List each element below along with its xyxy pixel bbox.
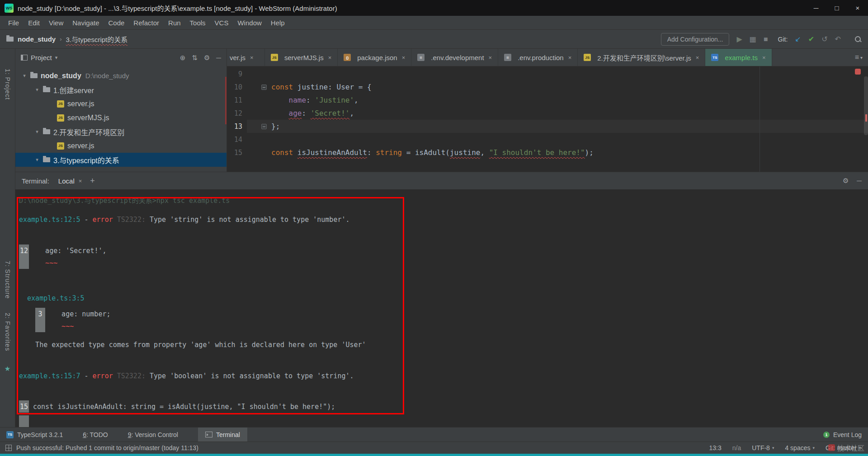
fold-icon[interactable] [261,85,267,90]
caret-position[interactable]: 13:3 [709,444,722,451]
maximize-button[interactable]: □ [826,0,847,16]
tree-item-root[interactable]: ▾ node_study D:\node_study [15,69,226,83]
line-separator[interactable]: n/a [732,444,741,451]
run-icon[interactable]: ▶ [736,36,742,43]
line-number-chip [19,415,29,427]
breadcrumb-current[interactable]: 3.与typescript的关系 [66,34,128,44]
terminal-tab-button[interactable]: Terminal [198,428,247,442]
tree-item-folder-2[interactable]: ▾ 2.开发和生产环境区别 [15,125,226,139]
upper-area: Project ▾ ⊕ ⇅ ⚙ ─ ▾ node_stu [15,49,868,172]
tab-package-json[interactable]: {} package.json × [338,49,411,66]
breadcrumb-root[interactable]: node_study [18,35,56,43]
code-token: : [302,109,310,118]
tree-item-folder-3-selected[interactable]: ▾ 3.与typescript的关系 [15,153,226,167]
typescript-status[interactable]: TS TypeScript 3.2.1 [6,428,63,442]
close-icon[interactable]: × [328,54,332,61]
collapse-all-icon[interactable]: ⇅ [192,54,198,62]
tree-item-serverjs-2[interactable]: JS server.js [15,139,226,153]
new-session-icon[interactable]: + [90,176,95,186]
tree-item-servermjs[interactable]: JS serverMJS.js [15,111,226,125]
expand-arrow-icon[interactable]: ▾ [33,157,41,163]
menu-window[interactable]: Window [233,19,266,27]
git-rollback-icon[interactable]: ↶ [835,36,841,43]
coverage-icon[interactable]: ▦ [750,36,756,43]
gear-icon[interactable]: ⚙ [843,177,849,185]
tab-example-ts-active[interactable]: TS example.ts × [705,49,772,66]
menu-edit[interactable]: Edit [24,19,44,27]
menu-vcs[interactable]: VCS [210,19,233,27]
git-update-icon[interactable]: ↙ [795,36,801,43]
indent-setting[interactable]: 4 spaces▾ [785,444,815,451]
tab-server-js-folder2[interactable]: JS 2.开发和生产环境区别\server.js × [578,49,705,66]
tab-servermjs-js[interactable]: JS serverMJS.js × [265,49,338,66]
close-icon[interactable]: × [696,54,699,61]
close-icon[interactable]: × [489,54,492,61]
search-icon[interactable] [854,36,862,43]
code-editor[interactable]: 9 10 const justine: User = { 11 [227,66,868,172]
expand-arrow-icon[interactable]: ▾ [33,87,41,93]
event-log-button[interactable]: 1 Event Log [823,428,862,442]
tree-item-serverjs[interactable]: JS server.js [15,97,226,111]
menu-file[interactable]: File [4,19,24,27]
toolwindow-project-button[interactable]: 1: Project [4,69,11,100]
close-icon[interactable]: × [79,178,82,184]
status-message[interactable]: Push successful: Pushed 1 commit to orig… [16,444,198,451]
tab-label: ver.js [230,54,245,61]
line-number: 12 [227,109,247,118]
chevron-right-icon: › [60,36,61,42]
env-file-icon: ≡ [504,54,511,61]
menu-run[interactable]: Run [164,19,185,27]
project-panel-title[interactable]: Project [31,54,52,61]
git-branch[interactable]: Git: master▾ [826,444,861,451]
tab-env-production[interactable]: ≡ .env.production × [498,49,578,66]
scrollbar-artifact [225,77,226,124]
toolwindow-toggle-icon[interactable] [5,445,12,451]
code-text: const isJustineAnAdult: string = isAdult… [271,148,594,157]
git-history-icon[interactable]: ↺ [821,36,827,43]
git-commit-icon[interactable]: ✔ [808,36,814,43]
gear-icon[interactable]: ⚙ [204,54,210,62]
star-icon[interactable]: ★ [5,365,10,373]
menu-refactor[interactable]: Refactor [129,19,164,27]
js-file-icon: JS [584,54,591,61]
menu-code[interactable]: Code [104,19,129,27]
project-tree: ▾ node_study D:\node_study ▾ 1.创建server … [15,66,226,167]
error-indicator[interactable] [855,69,861,75]
terminal-tab-local[interactable]: Local × [58,177,82,185]
menu-navigate[interactable]: Navigate [68,19,104,27]
expand-arrow-icon[interactable]: ▾ [21,73,28,79]
minimize-button[interactable]: ─ [806,0,826,16]
menu-view[interactable]: View [44,19,68,27]
expand-arrow-icon[interactable]: ▾ [33,129,41,135]
add-configuration-button[interactable]: Add Configuration... [661,33,730,46]
close-icon[interactable]: × [250,54,254,61]
stop-icon[interactable]: ■ [764,36,768,43]
terminal-output[interactable]: D:\node_study\3.与typescript的关系>npx tsc e… [15,189,868,427]
tree-item-folder-1[interactable]: ▾ 1.创建server [15,83,226,97]
chevron-down-icon[interactable]: ▾ [55,55,58,61]
toolwindow-favorites-button[interactable]: 2: Favorites [4,313,11,351]
code-line-current: 13 }; [227,120,868,133]
tab-env-development[interactable]: ≡ .env.development × [411,49,498,66]
code-token: ( [445,148,450,157]
menu-tools[interactable]: Tools [185,19,210,27]
version-control-tab[interactable]: 9: Version Control [128,428,178,442]
tab-label: .env.production [518,54,563,61]
tab-server-js-partial[interactable]: ver.js × [227,49,265,66]
editor-scrollbar[interactable] [864,76,868,135]
hide-panel-icon[interactable]: ─ [857,177,862,185]
hide-panel-icon[interactable]: ─ [216,54,221,62]
line-number: 15 [227,149,247,157]
file-encoding[interactable]: UTF-8▾ [752,444,774,451]
todo-tab[interactable]: 6: TODO [83,428,108,442]
toolwindow-structure-button[interactable]: 7: Structure [4,261,11,299]
tab-list-dropdown[interactable]: ≡ ▾ [849,49,868,66]
close-icon[interactable]: × [402,54,406,61]
close-icon[interactable]: × [568,54,572,61]
main-toolbar: node_study › 3.与typescript的关系 Add Config… [0,30,868,49]
close-icon[interactable]: × [762,54,766,61]
locate-file-icon[interactable]: ⊕ [180,54,186,62]
fold-icon[interactable] [261,124,267,129]
close-button[interactable]: × [847,0,868,16]
menu-help[interactable]: Help [266,19,289,27]
